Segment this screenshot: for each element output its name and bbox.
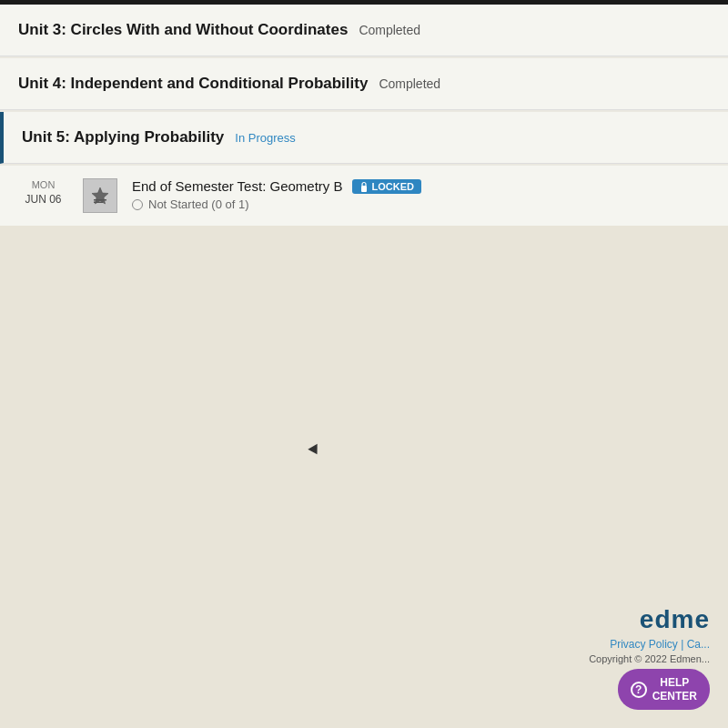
unit5-title: Unit 5: Applying Probability bbox=[22, 128, 224, 147]
unit4-status: Completed bbox=[379, 76, 440, 91]
unit5-status: In Progress bbox=[235, 131, 295, 145]
unit3-title: Unit 3: Circles With and Without Coordin… bbox=[18, 21, 348, 39]
help-question-mark: ? bbox=[631, 682, 647, 698]
footer-links[interactable]: Privacy Policy | Ca... bbox=[589, 638, 710, 651]
locked-label: LOCKED bbox=[372, 181, 414, 192]
not-started-circle bbox=[132, 199, 143, 210]
units-container: Unit 3: Circles With and Without Coordin… bbox=[0, 5, 728, 226]
footer-area: edme Privacy Policy | Ca... Copyright © … bbox=[571, 596, 728, 673]
assignment-details: End of Semester Test: Geometry B LOCKED … bbox=[132, 178, 710, 211]
assignment-title-row: End of Semester Test: Geometry B LOCKED bbox=[132, 178, 710, 194]
svg-rect-3 bbox=[361, 186, 367, 192]
locked-badge: LOCKED bbox=[352, 179, 421, 194]
assignment-date-val: JUN 06 bbox=[18, 192, 68, 207]
empty-area bbox=[0, 228, 728, 455]
unit3-status: Completed bbox=[359, 23, 420, 37]
brand-logo: edme bbox=[589, 605, 710, 634]
unit4-title: Unit 4: Independent and Conditional Prob… bbox=[18, 75, 368, 93]
assignment-name[interactable]: End of Semester Test: Geometry B bbox=[132, 178, 343, 194]
assignment-date: MON JUN 06 bbox=[18, 178, 68, 207]
assignment-icon bbox=[83, 178, 117, 213]
lock-icon bbox=[359, 181, 369, 192]
assignment-section: MON JUN 06 End of Semester Test: Geometr… bbox=[0, 166, 728, 226]
svg-rect-2 bbox=[94, 202, 103, 204]
page-wrapper: Unit 3: Circles With and Without Coordin… bbox=[0, 0, 728, 728]
privacy-policy-link[interactable]: Privacy Policy bbox=[610, 638, 678, 651]
careers-link[interactable]: Ca... bbox=[687, 638, 710, 651]
link-separator: | bbox=[681, 638, 683, 651]
unit-row-4[interactable]: Unit 4: Independent and Conditional Prob… bbox=[0, 58, 728, 110]
assignment-day: MON bbox=[18, 178, 68, 192]
help-center-button[interactable]: ? HELP CENTER bbox=[618, 669, 710, 710]
unit-row-3[interactable]: Unit 3: Circles With and Without Coordin… bbox=[0, 5, 728, 56]
footer-copyright: Copyright © 2022 Edmen... bbox=[589, 653, 710, 664]
assignment-sub: Not Started (0 of 1) bbox=[132, 197, 710, 211]
help-label: HELP CENTER bbox=[652, 676, 697, 703]
unit-row-5[interactable]: Unit 5: Applying Probability In Progress bbox=[0, 112, 728, 164]
assignment-substatus: Not Started (0 of 1) bbox=[148, 197, 249, 211]
svg-marker-0 bbox=[92, 187, 108, 204]
svg-rect-1 bbox=[94, 199, 106, 201]
